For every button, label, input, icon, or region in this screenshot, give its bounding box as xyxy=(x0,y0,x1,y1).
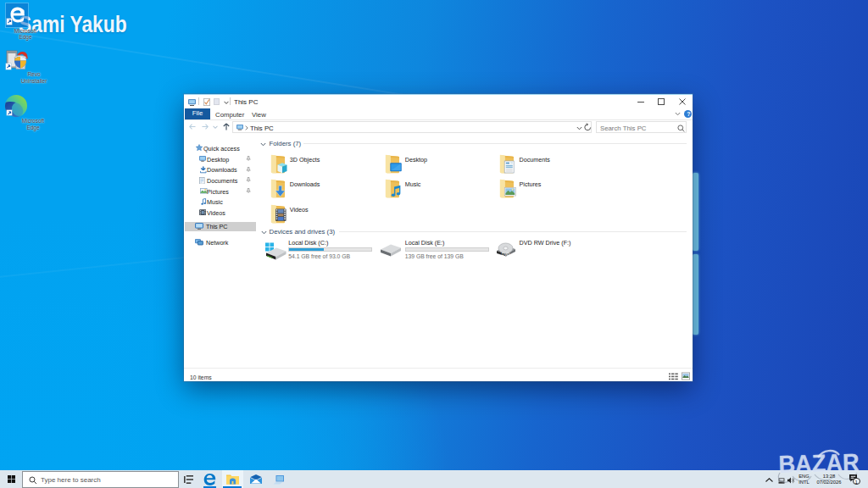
svg-text:DVD: DVD xyxy=(502,252,510,257)
